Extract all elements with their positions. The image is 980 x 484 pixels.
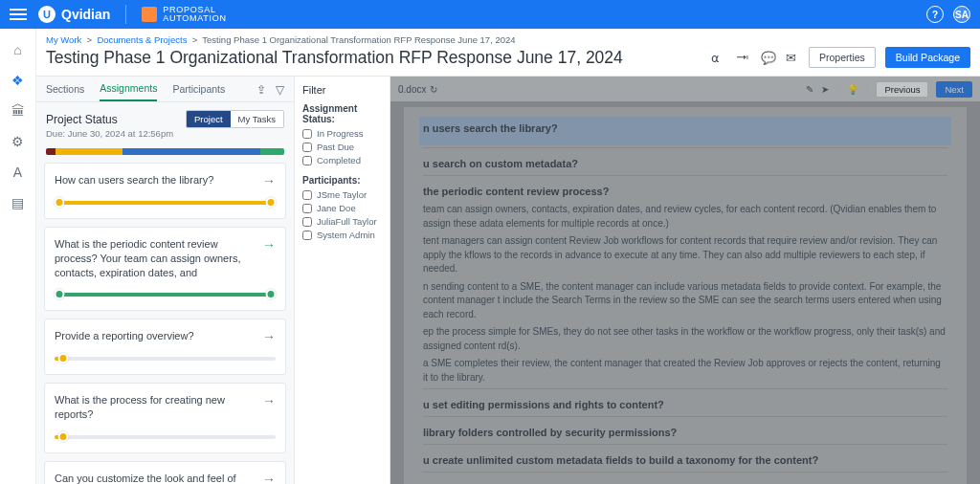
seg-mytasks[interactable]: My Tasks <box>231 111 283 127</box>
refresh-icon[interactable]: ↻ <box>430 84 437 95</box>
properties-button[interactable]: Properties <box>809 47 876 68</box>
filter-option-label: Jane Doe <box>317 203 356 213</box>
comment-icon[interactable]: 💬 <box>761 51 774 64</box>
card-question: Can you customize the look and feel of r… <box>55 472 276 484</box>
project-due: Due: June 30, 2024 at 12:56pm <box>46 128 284 139</box>
filter-option-label: JuliaFull Taylor <box>317 216 377 227</box>
next-button[interactable]: Next <box>936 81 972 98</box>
settings-icon[interactable]: ⚙ <box>11 134 26 149</box>
filter-title: Filter <box>302 84 382 96</box>
automation-icon <box>142 7 157 22</box>
card-question: Provide a reporting overview? <box>55 329 276 343</box>
brand: U Qvidian PROPOSAL AUTOMATION <box>38 5 227 24</box>
breadcrumb: My Work > Documents & Projects > Testing… <box>36 29 980 47</box>
brand-sub-2: AUTOMATION <box>163 14 226 23</box>
card-question: What is the periodic content review proc… <box>55 237 276 280</box>
previous-button[interactable]: Previous <box>876 81 928 98</box>
filter-participants-header: Participants: <box>302 175 382 186</box>
send-icon[interactable]: ➤ <box>821 84 829 95</box>
filter-option[interactable]: Jane Doe <box>302 203 382 213</box>
filter-icon[interactable]: ▽ <box>276 83 284 97</box>
checkbox[interactable] <box>302 231 312 240</box>
project-status-title: Project Status <box>46 113 178 126</box>
doc-question: u search on custom metadata? <box>423 158 947 169</box>
tab-participants[interactable]: Participants <box>172 83 225 100</box>
chart-icon[interactable]: ⭲ <box>736 51 749 64</box>
home-icon[interactable]: ⌂ <box>11 42 26 57</box>
share-icon[interactable]: ⇪ <box>256 83 266 97</box>
crumb-docs[interactable]: Documents & Projects <box>97 34 187 45</box>
left-rail: ⌂ ❖ 🏛 ⚙ A ▤ <box>0 29 36 484</box>
filter-option-label: In Progress <box>317 128 364 139</box>
checkbox[interactable] <box>302 129 312 139</box>
brand-logo-icon: U <box>38 6 56 23</box>
doc-answer: tent managers can assign content Review … <box>423 234 947 276</box>
doc-answer: team can assign owners, contacts, expira… <box>423 203 947 231</box>
doc-icon[interactable]: ▤ <box>11 195 26 210</box>
page-title: Testing Phase 1 Organizational Transform… <box>46 48 702 68</box>
doc-question: n users search the library? <box>423 122 947 134</box>
filter-option[interactable]: JSme Taylor <box>302 189 382 200</box>
doc-filename: 0.docx ↻ <box>398 84 437 95</box>
arrow-right-icon: → <box>262 329 276 344</box>
doc-question: u create unlimited custom metadata field… <box>423 454 947 466</box>
doc-answer: n sending content to a SME, the content … <box>423 280 947 322</box>
card-question: How can users search the library? <box>55 173 276 187</box>
checkbox[interactable] <box>302 204 312 213</box>
text-icon[interactable]: A <box>11 165 26 180</box>
seg-project[interactable]: Project <box>187 111 231 127</box>
card-question: What is the process for creating new rep… <box>55 393 276 422</box>
doc-question: u set editing permissions and rights to … <box>423 399 947 410</box>
project-progress <box>46 148 284 155</box>
assignment-card[interactable]: →What is the process for creating new re… <box>44 383 286 453</box>
filter-option-label: JSme Taylor <box>317 189 367 200</box>
filter-option-label: Completed <box>317 155 361 165</box>
help-icon[interactable]: ? <box>926 6 944 23</box>
filter-option-label: Past Due <box>317 142 354 152</box>
card-progress <box>55 293 276 297</box>
checkbox[interactable] <box>302 156 312 165</box>
arrow-right-icon: → <box>262 393 276 408</box>
card-progress <box>55 357 276 361</box>
assignment-card[interactable]: →How can users search the library? <box>44 163 286 219</box>
layers-icon[interactable]: ❖ <box>11 73 26 88</box>
library-icon[interactable]: 🏛 <box>11 103 26 119</box>
doc-question: the periodic content review process? <box>423 186 947 197</box>
edit-icon[interactable]: ✎ <box>806 84 813 95</box>
doc-answer: a SME completes their review, the conten… <box>423 357 947 385</box>
filter-status-header: Assignment Status: <box>302 103 382 124</box>
checkbox[interactable] <box>302 217 312 227</box>
build-package-button[interactable]: Build Package <box>885 47 970 68</box>
tab-sections[interactable]: Sections <box>46 83 84 100</box>
doc-answer: ep the process simple for SMEs, they do … <box>423 325 947 353</box>
filter-option[interactable]: Past Due <box>302 142 382 152</box>
arrow-right-icon: → <box>262 472 276 484</box>
brand-name: Qvidian <box>61 7 110 22</box>
filter-option[interactable]: Completed <box>302 155 382 165</box>
crumb-current: Testing Phase 1 Organizational Transform… <box>202 34 515 45</box>
menu-toggle[interactable] <box>10 9 27 20</box>
crumb-mywork[interactable]: My Work <box>46 34 81 45</box>
filter-option[interactable]: JuliaFull Taylor <box>302 216 382 227</box>
card-progress <box>55 435 276 439</box>
filter-option-label: System Admin <box>317 230 375 240</box>
arrow-right-icon: → <box>262 237 276 253</box>
checkbox[interactable] <box>302 190 312 200</box>
filter-option[interactable]: In Progress <box>302 128 382 139</box>
scope-toggle[interactable]: Project My Tasks <box>186 110 284 128</box>
checkbox[interactable] <box>302 143 312 152</box>
person-icon[interactable]: ⍺ <box>711 51 724 64</box>
assignment-card[interactable]: →What is the periodic content review pro… <box>44 227 286 312</box>
avatar[interactable]: SA <box>953 6 970 23</box>
doc-question: library folders controlled by security p… <box>423 427 947 438</box>
filter-option[interactable]: System Admin <box>302 230 382 240</box>
mail-icon[interactable]: ✉ <box>786 51 799 64</box>
arrow-right-icon: → <box>262 173 276 188</box>
assignment-card[interactable]: →Provide a reporting overview? <box>44 319 286 375</box>
tab-assignments[interactable]: Assignments <box>100 82 157 101</box>
card-progress <box>55 201 276 205</box>
bulb-icon[interactable]: 💡 <box>847 84 858 95</box>
assignment-card[interactable]: →Can you customize the look and feel of … <box>44 461 286 484</box>
